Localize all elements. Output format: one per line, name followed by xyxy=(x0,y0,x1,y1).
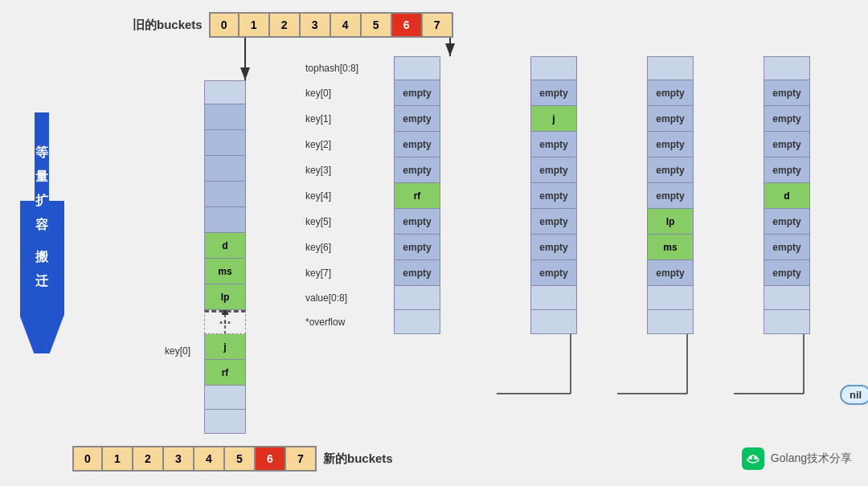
old-col-ms: ms xyxy=(204,259,246,284)
bmap-col-3: empty empty empty empty empty lp ms empt… xyxy=(647,56,694,334)
new-buckets-row: 0 1 2 3 4 5 6 7 xyxy=(72,446,317,472)
bmap3-key3: empty xyxy=(647,157,694,183)
old-col-values xyxy=(204,386,246,410)
new-bucket-cell-6: 6 xyxy=(256,446,286,472)
bmap2-key2: empty xyxy=(530,132,577,157)
label-key1: key[1] xyxy=(305,106,358,132)
old-bmap-column: d ms lp ··· j rf xyxy=(204,80,246,434)
diagram-container: 旧的buckets 0 1 2 3 4 5 6 7 等 量 扩 容 搬 迁 xyxy=(0,0,868,486)
bmap4-overflow xyxy=(764,310,810,334)
bmap1-key1: empty xyxy=(394,106,440,132)
svg-text:量: 量 xyxy=(35,169,49,183)
bmap-col-4: empty empty empty empty d empty empty em… xyxy=(764,56,810,334)
old-buckets-label: 旧的buckets xyxy=(133,18,203,33)
bmap3-overflow xyxy=(647,310,694,334)
bmap3-key2: empty xyxy=(647,132,694,157)
svg-text:扩: 扩 xyxy=(35,193,49,207)
bmap1-key7: empty xyxy=(394,260,440,286)
label-key4: key[4] xyxy=(305,183,358,209)
bmap4-values xyxy=(764,286,810,310)
label-key5: key[5] xyxy=(305,209,358,235)
old-col-key0-label: key[0] xyxy=(165,345,190,357)
new-bucket-cell-4: 4 xyxy=(194,446,225,472)
bmap4-key1: empty xyxy=(764,106,810,132)
bmap1-key2: empty xyxy=(394,132,440,157)
label-overflow: *overflow xyxy=(305,310,358,334)
bmap3-key1: empty xyxy=(647,106,694,132)
expansion-arrow-svg: 等 量 扩 容 搬 迁 xyxy=(20,112,64,353)
old-col-rf: rf xyxy=(204,360,246,386)
bmap4-key0: empty xyxy=(764,80,810,106)
old-col-lp: lp xyxy=(204,284,246,310)
bmap2-key4: empty xyxy=(530,183,577,209)
bmap3-key7: empty xyxy=(647,260,694,286)
bmap1-key4-rf: rf xyxy=(394,183,440,209)
bmap2-key7: empty xyxy=(530,260,577,286)
row-labels: tophash[0:8] key[0] key[1] key[2] key[3]… xyxy=(305,56,358,334)
bucket-cell-2: 2 xyxy=(270,12,301,38)
bmap2-tophash xyxy=(530,56,577,80)
bmap2-key6: empty xyxy=(530,235,577,260)
bmap-col-1: empty empty empty empty rf empty empty e… xyxy=(394,56,440,334)
old-buckets-row: 0 1 2 3 4 5 6 7 xyxy=(209,12,453,38)
old-col-overflow xyxy=(204,410,246,434)
bmap2-key0: empty xyxy=(530,80,577,106)
old-col-key0 xyxy=(204,104,246,130)
bmap2-values xyxy=(530,286,577,310)
bmap4-key6: empty xyxy=(764,235,810,260)
old-col-j: j xyxy=(204,334,246,360)
label-key2: key[2] xyxy=(305,132,358,157)
bmap3-values xyxy=(647,286,694,310)
svg-text:搬: 搬 xyxy=(35,250,49,263)
bmap4-tophash xyxy=(764,56,810,80)
label-value: value[0:8] xyxy=(305,286,358,310)
label-key6: key[6] xyxy=(305,235,358,260)
old-col-key3 xyxy=(204,182,246,207)
old-col-d: d xyxy=(204,233,246,259)
label-key0: key[0] xyxy=(305,80,358,106)
bmap1-overflow xyxy=(394,310,440,334)
bucket-cell-4: 4 xyxy=(331,12,362,38)
bmap3-key5-lp: lp xyxy=(647,209,694,235)
bmap4-key2: empty xyxy=(764,132,810,157)
bmap1-values xyxy=(394,286,440,310)
old-col-key1 xyxy=(204,130,246,156)
bmap1-key3: empty xyxy=(394,157,440,183)
bmap1-key5: empty xyxy=(394,209,440,235)
bmap4-key7: empty xyxy=(764,260,810,286)
bmap4-key5: empty xyxy=(764,209,810,235)
bmap4-key4-d: d xyxy=(764,183,810,209)
bmap1-key6: empty xyxy=(394,235,440,260)
old-col-key4 xyxy=(204,207,246,233)
bmap1-key0: empty xyxy=(394,80,440,106)
left-arrow-container: 等 量 扩 容 搬 迁 xyxy=(20,112,64,353)
new-bucket-cell-2: 2 xyxy=(133,446,164,472)
bmap2-overflow xyxy=(530,310,577,334)
new-bucket-cell-7: 7 xyxy=(286,446,317,472)
bmap3-tophash xyxy=(647,56,694,80)
bmap1-tophash xyxy=(394,56,440,80)
label-key7: key[7] xyxy=(305,260,358,286)
new-buckets-label: 新的buckets xyxy=(323,451,393,467)
bmap3-key6-ms: ms xyxy=(647,235,694,260)
old-col-dots: ··· xyxy=(204,310,246,334)
bmap3-key4: empty xyxy=(647,183,694,209)
new-bucket-cell-3: 3 xyxy=(164,446,194,472)
label-tophash: tophash[0:8] xyxy=(305,56,358,80)
new-bucket-cell-5: 5 xyxy=(225,446,256,472)
bucket-cell-7: 7 xyxy=(423,12,453,38)
svg-text:迁: 迁 xyxy=(35,273,49,288)
bmap2-key1-j: j xyxy=(530,106,577,132)
bmap-col-2: empty j empty empty empty empty empty em… xyxy=(530,56,577,334)
bmap3-key0: empty xyxy=(647,80,694,106)
label-key3: key[3] xyxy=(305,157,358,183)
svg-text:容: 容 xyxy=(35,217,49,231)
wechat-icon xyxy=(742,447,764,470)
bucket-cell-6: 6 xyxy=(392,12,423,38)
nil-bubble: nil xyxy=(840,385,868,405)
bucket-cell-5: 5 xyxy=(362,12,392,38)
watermark-text: Golang技术分享 xyxy=(771,451,852,466)
bmap2-key3: empty xyxy=(530,157,577,183)
bmap2-key5: empty xyxy=(530,209,577,235)
watermark: Golang技术分享 xyxy=(742,447,852,470)
